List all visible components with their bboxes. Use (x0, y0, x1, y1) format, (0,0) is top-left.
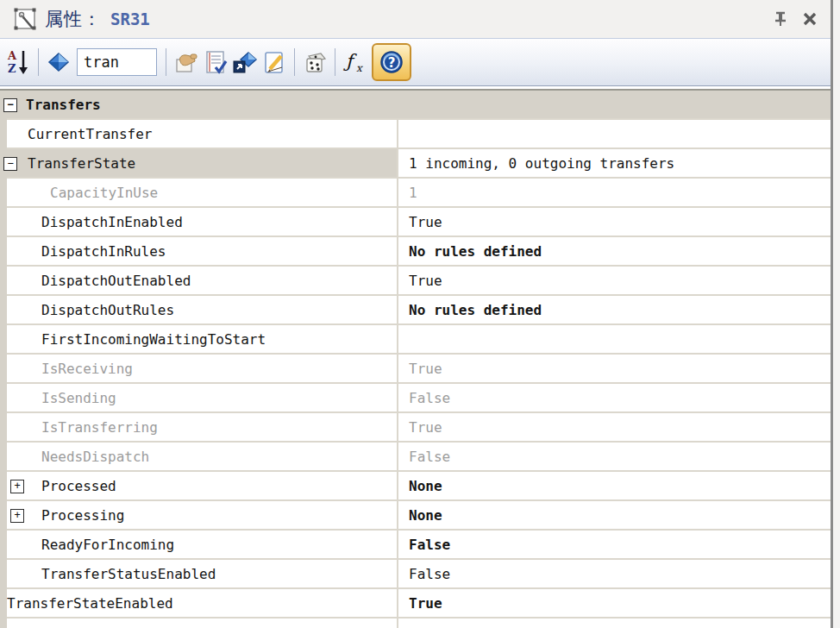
property-name-cell[interactable]: TransferStatusEnabled (0, 560, 398, 587)
property-name-cell[interactable]: IsSending (0, 384, 398, 411)
property-name-cell[interactable]: Processed (0, 472, 398, 499)
property-name: IsTransferring (0, 419, 158, 436)
property-row[interactable]: IsTransferringTrue (0, 413, 831, 443)
property-name: TransferStatusEnabled (0, 566, 216, 582)
property-row[interactable]: −TransferState1 incoming, 0 outgoing tra… (0, 149, 831, 179)
property-name-cell[interactable]: DispatchInRules (0, 237, 398, 265)
property-value-cell[interactable]: None (398, 501, 831, 529)
property-name-cell[interactable]: Processing (0, 501, 398, 529)
property-name: CapacityInUse (0, 185, 158, 201)
svg-text:Z: Z (8, 62, 16, 75)
property-name: IsSending (0, 390, 116, 406)
panel-main: 属性： SR31 A (0, 0, 831, 628)
property-value-cell: False (398, 443, 831, 470)
property-row[interactable]: TransferStatusEnabledFalse (0, 560, 831, 589)
property-name: DispatchInEnabled (0, 214, 183, 230)
property-row[interactable]: IsSendingFalse (0, 384, 831, 413)
property-name-cell[interactable]: FirstIncomingWaitingToStart (0, 325, 398, 353)
toolbar-separator (166, 48, 166, 76)
property-value-cell[interactable]: None (398, 472, 831, 499)
property-row[interactable]: DispatchOutRulesNo rules defined (0, 296, 831, 325)
expand-icon[interactable]: + (10, 480, 24, 493)
grid-empty-area (0, 619, 831, 628)
property-row[interactable]: DispatchOutEnabledTrue (0, 267, 831, 296)
svg-text:?: ? (388, 55, 396, 71)
property-name: FirstIncomingWaitingToStart (0, 331, 266, 348)
property-row[interactable]: NeedsDispatchFalse (0, 443, 831, 472)
property-row[interactable]: IsReceivingTrue (0, 355, 831, 384)
svg-text:ƒ: ƒ (343, 51, 357, 72)
property-value-cell: 1 (398, 179, 831, 206)
property-value-cell[interactable]: True (398, 267, 831, 294)
collapse-icon[interactable]: − (3, 157, 17, 171)
category-row[interactable]: −Transfers (0, 91, 831, 120)
property-row[interactable]: +ProcessedNone (0, 472, 831, 501)
property-name-cell[interactable]: DispatchOutEnabled (0, 267, 398, 294)
property-name: TransferStateEnabled (0, 595, 173, 612)
hand-pick-icon[interactable] (172, 46, 201, 78)
property-value-cell[interactable] (398, 325, 831, 353)
property-name: IsReceiving (0, 361, 133, 377)
jump-to-object-icon[interactable] (230, 46, 260, 78)
function-icon[interactable]: ƒ x (341, 46, 370, 78)
property-value-cell[interactable]: No rules defined (398, 237, 831, 265)
property-value-cell[interactable]: No rules defined (398, 296, 831, 323)
property-name-cell[interactable]: IsReceiving (0, 355, 398, 382)
panel-right-border (831, 0, 840, 628)
property-row[interactable]: FirstIncomingWaitingToStart (0, 325, 831, 355)
property-name: ReadyForIncoming (0, 537, 174, 553)
property-grid: −TransfersCurrentTransfer−TransferState1… (0, 89, 831, 628)
toolbar-separator (38, 48, 39, 76)
property-row[interactable]: DispatchInRulesNo rules defined (0, 237, 831, 267)
pin-icon[interactable] (768, 7, 793, 31)
property-name-cell[interactable]: NeedsDispatch (0, 443, 398, 470)
titlebar: 属性： SR31 (0, 0, 831, 38)
property-value-cell[interactable]: True (398, 589, 831, 617)
property-row[interactable]: TransferStateEnabledTrue (0, 589, 831, 619)
toolbar-separator (335, 48, 335, 76)
property-value-cell[interactable] (398, 120, 831, 148)
property-row[interactable]: CurrentTransfer (0, 120, 831, 149)
filter-diamond-icon[interactable] (44, 46, 73, 78)
property-value-cell[interactable]: True (398, 208, 831, 236)
property-name: DispatchOutRules (0, 302, 174, 318)
panel-title: 属性： (45, 7, 102, 31)
property-name: DispatchInRules (0, 243, 166, 260)
property-name: DispatchOutEnabled (0, 273, 191, 289)
property-name-cell[interactable]: Transfers (0, 91, 398, 118)
help-icon[interactable]: ? (372, 43, 411, 81)
collapse-icon[interactable]: − (3, 98, 17, 112)
property-value-cell: True (398, 413, 831, 441)
property-value-cell: True (398, 355, 831, 382)
object-name: SR31 (110, 9, 150, 28)
expand-icon[interactable]: + (10, 509, 24, 523)
properties-panel: 属性： SR31 A (0, 0, 840, 628)
svg-text:A: A (7, 49, 17, 62)
property-value-cell[interactable]: 1 incoming, 0 outgoing transfers (398, 149, 831, 177)
close-icon[interactable] (798, 7, 822, 31)
svg-text:x: x (356, 62, 363, 74)
property-name-cell[interactable]: CurrentTransfer (0, 120, 398, 148)
properties-icon (12, 6, 38, 32)
property-name-cell[interactable]: DispatchInEnabled (0, 208, 398, 236)
property-name-cell[interactable]: TransferStateEnabled (0, 589, 398, 617)
search-input[interactable] (77, 48, 157, 76)
property-name: TransferState (0, 155, 135, 172)
property-value-cell[interactable]: False (398, 560, 831, 587)
property-name-cell[interactable]: TransferState (0, 149, 398, 177)
property-row[interactable]: +ProcessingNone (0, 501, 831, 531)
property-name-cell[interactable]: IsTransferring (0, 413, 398, 441)
dice-icon[interactable] (300, 46, 329, 78)
property-value-cell[interactable]: False (398, 531, 831, 558)
grid-empty-name-column (0, 619, 398, 628)
sort-az-icon[interactable]: A Z (3, 46, 33, 78)
property-row[interactable]: ReadyForIncomingFalse (0, 531, 831, 560)
property-name-cell[interactable]: ReadyForIncoming (0, 531, 398, 558)
property-row[interactable]: DispatchInEnabledTrue (0, 208, 831, 237)
checklist-icon[interactable] (201, 46, 230, 78)
property-name: NeedsDispatch (0, 449, 149, 465)
edit-note-icon[interactable] (260, 46, 289, 78)
property-name-cell[interactable]: CapacityInUse (0, 179, 398, 206)
property-row[interactable]: CapacityInUse1 (0, 179, 831, 208)
property-name-cell[interactable]: DispatchOutRules (0, 296, 398, 323)
